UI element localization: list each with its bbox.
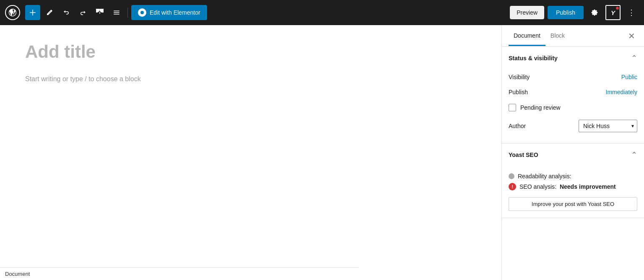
publish-row: Publish Immediately [509,85,637,100]
tab-document[interactable]: Document [509,26,545,46]
seo-status-icon: ! [509,183,516,190]
publish-schedule-label: Publish [509,89,528,95]
toolbar: Edit with Elementor Preview Publish Y ⋮ [0,0,644,25]
author-label: Author [509,123,526,129]
redo-button[interactable] [75,5,91,20]
wp-logo-button[interactable] [5,5,20,20]
readability-row: Readability analysis: [509,171,637,181]
yoast-seo-header[interactable]: Yoast SEO ⌃ [502,144,644,166]
elementor-icon [138,8,146,17]
publish-button[interactable]: Publish [548,6,584,19]
edit-button[interactable] [42,5,57,20]
pending-review-row: Pending review [509,100,637,116]
elementor-button[interactable]: Edit with Elementor [131,5,207,20]
seo-label: SEO analysis: [519,183,556,190]
yoast-improve-button[interactable]: Improve your post with Yoast SEO [509,197,637,211]
publish-schedule-value[interactable]: Immediately [606,89,637,95]
pending-review-checkbox[interactable] [509,104,516,111]
readability-dot-icon [509,173,514,179]
more-options-button[interactable]: ⋮ [624,5,639,20]
toolbar-separator [127,8,128,18]
yoast-seo-body: Readability analysis: ! SEO analysis: Ne… [502,166,644,218]
author-select[interactable]: Nick Huss [579,120,637,132]
status-visibility-header[interactable]: Status & visibility ⌃ [502,47,644,69]
visibility-label: Visibility [509,74,530,80]
author-row: Author Nick Huss [509,116,637,136]
seo-analysis-row: ! SEO analysis: Needs improvement [509,181,637,192]
tab-block[interactable]: Block [545,26,570,46]
editor-area: Add title Start writing or type / to cho… [0,25,501,280]
status-visibility-section: Status & visibility ⌃ Visibility Public … [502,47,644,144]
yoast-button[interactable]: Y [605,5,621,20]
status-visibility-body: Visibility Public Publish Immediately Pe… [502,69,644,143]
visibility-row: Visibility Public [509,69,637,85]
post-title[interactable]: Add title [25,42,476,62]
readability-label: Readability analysis: [518,173,571,180]
author-dropdown[interactable]: Nick Huss [579,120,637,132]
list-view-button[interactable] [109,5,124,20]
pending-review-label: Pending review [520,104,561,111]
seo-status-label: Needs improvement [560,183,616,190]
main-layout: Add title Start writing or type / to cho… [0,25,644,280]
sidebar: Document Block ✕ Status & visibility ⌃ V… [501,25,644,280]
sidebar-close-button[interactable]: ✕ [626,30,637,42]
yoast-seo-title: Yoast SEO [509,152,538,158]
undo-button[interactable] [59,5,74,20]
chevron-up-icon: ⌃ [631,54,637,63]
status-bar-label: Document [5,271,30,277]
content-placeholder[interactable]: Start writing or type / to choose a bloc… [25,75,476,83]
info-button[interactable] [92,5,107,20]
preview-button[interactable]: Preview [510,6,544,19]
yoast-seo-section: Yoast SEO ⌃ Readability analysis: ! SEO … [502,144,644,218]
toolbar-right: Preview Publish Y ⋮ [510,5,639,20]
yoast-chevron-up-icon: ⌃ [631,150,637,159]
sidebar-content: Status & visibility ⌃ Visibility Public … [502,47,644,218]
sidebar-header: Document Block ✕ [502,25,644,47]
visibility-value[interactable]: Public [621,74,637,80]
status-bar: Document [0,267,359,280]
status-visibility-title: Status & visibility [509,55,558,62]
add-block-button[interactable] [25,5,40,20]
settings-button[interactable] [587,5,602,20]
elementor-btn-label: Edit with Elementor [150,9,200,16]
